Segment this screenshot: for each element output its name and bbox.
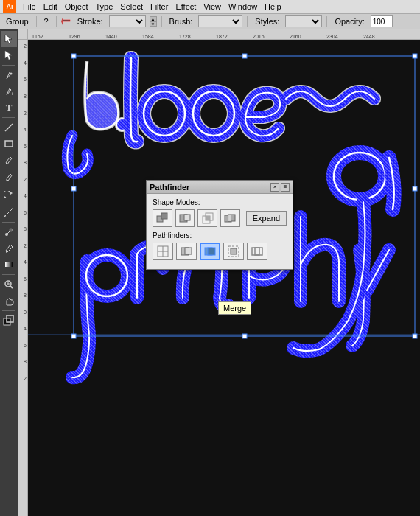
ruler-tick: 6 <box>24 343 27 348</box>
styles-label: Styles: <box>252 17 282 26</box>
exclude-shape-button[interactable] <box>220 209 240 227</box>
ruler-tick: 2 <box>24 243 27 248</box>
subtract-shape-button[interactable] <box>175 209 195 227</box>
svg-rect-58 <box>255 248 262 255</box>
svg-rect-39 <box>161 213 167 219</box>
opacity-input[interactable] <box>371 15 393 27</box>
ruler-tick: 1584 <box>142 34 154 39</box>
ruler-tick: 1728 <box>179 34 191 39</box>
ruler-tick: 2304 <box>326 34 338 39</box>
type-tool[interactable]: T <box>1 100 17 116</box>
menu-view[interactable]: View <box>200 1 225 12</box>
svg-rect-17 <box>5 262 13 267</box>
gradient-tool[interactable] <box>1 257 17 273</box>
ruler-tick: 8 <box>24 359 27 364</box>
artwork-canvas[interactable]: Pathfinder × ≡ Shape Modes: <box>28 40 420 516</box>
intersect-shape-button[interactable] <box>197 209 217 227</box>
ruler-tick: 4 <box>24 259 27 265</box>
menu-effect[interactable]: Effect <box>172 1 200 12</box>
menu-file[interactable]: File <box>19 1 40 12</box>
stroke-icon <box>61 16 71 27</box>
divide-button[interactable] <box>153 243 173 260</box>
menu-type[interactable]: Type <box>92 1 117 12</box>
select-tool-icon <box>4 34 14 44</box>
rotate-tool[interactable] <box>1 188 17 204</box>
svg-marker-9 <box>10 192 13 195</box>
line-tool[interactable] <box>1 119 17 136</box>
question-mark-icon[interactable]: ? <box>41 17 52 26</box>
group-label: Group <box>3 17 32 26</box>
svg-rect-44 <box>206 216 210 220</box>
crop-button[interactable] <box>223 243 244 260</box>
menu-help[interactable]: Help <box>261 1 285 12</box>
pencil-tool[interactable] <box>1 168 17 184</box>
eyedropper-tool[interactable] <box>1 240 17 257</box>
tools-panel: + T <box>0 29 18 516</box>
select-tool[interactable] <box>1 31 17 47</box>
svg-rect-54 <box>208 248 215 255</box>
menu-edit[interactable]: Edit <box>40 1 61 12</box>
expand-button[interactable]: Expand <box>246 211 287 226</box>
svg-line-15 <box>7 231 10 234</box>
ruler-tick: 6 <box>24 210 27 215</box>
ruler-tick: 2 <box>24 177 27 182</box>
scale-tool[interactable] <box>1 204 17 220</box>
styles-select[interactable] <box>285 15 322 27</box>
pathfinder-close-button[interactable]: × <box>270 183 279 192</box>
zoom-tool[interactable] <box>1 276 17 293</box>
trim-button[interactable] <box>176 243 197 260</box>
shape-modes-row: Expand <box>153 209 287 227</box>
ruler-tick: 2448 <box>363 34 375 39</box>
svg-marker-1 <box>61 18 63 25</box>
opacity-label: Opacity: <box>332 17 367 26</box>
pen-tool-icon <box>4 70 14 80</box>
ruler-tick: 1440 <box>105 34 117 39</box>
hand-tool[interactable] <box>1 293 17 309</box>
svg-rect-7 <box>5 141 13 147</box>
merge-button[interactable] <box>200 243 220 260</box>
ruler-tick: 1152 <box>32 34 43 39</box>
menu-window[interactable]: Window <box>225 1 261 12</box>
ruler-top: 1152 1296 1440 1584 1728 1872 2016 2160 … <box>28 29 420 40</box>
menu-filter[interactable]: Filter <box>147 1 172 12</box>
stroke-spinner[interactable]: ▲ ▼ <box>150 16 157 27</box>
ruler-tick: 8 <box>24 94 27 99</box>
outline-button[interactable] <box>247 243 267 260</box>
direct-select-tool[interactable] <box>1 47 17 63</box>
blend-tool[interactable] <box>1 224 17 240</box>
stroke-down-arrow[interactable]: ▼ <box>150 21 157 27</box>
pathfinder-menu-button[interactable]: ≡ <box>281 183 290 192</box>
shape-modes-label: Shape Modes: <box>153 198 287 206</box>
pathfinder-title: Pathfinder <box>150 183 189 192</box>
stroke-up-arrow[interactable]: ▲ <box>150 16 157 21</box>
handle-tl <box>71 54 76 58</box>
menu-object[interactable]: Object <box>61 1 92 12</box>
ruler-tick: 2160 <box>290 34 301 39</box>
paintbrush-tool[interactable] <box>1 152 17 168</box>
handle-tr <box>413 54 417 58</box>
ruler-tick: 2 <box>24 376 27 381</box>
svg-line-10 <box>5 209 13 216</box>
control-toolbar: Group ? Stroke: ▲ ▼ Brush: Styles: Opaci… <box>0 13 420 29</box>
stroke-select[interactable] <box>109 15 146 27</box>
add-anchor-tool[interactable]: + <box>1 83 17 100</box>
rect-tool[interactable] <box>1 136 17 152</box>
fill-stroke-indicator[interactable] <box>1 313 17 329</box>
pathfinder-titlebar[interactable]: Pathfinder × ≡ <box>147 181 293 194</box>
ruler-tick: 8 <box>24 160 27 165</box>
svg-rect-0 <box>63 20 70 21</box>
text-row-1 <box>85 58 375 142</box>
brush-select[interactable] <box>198 15 242 27</box>
pen-tool[interactable] <box>1 67 17 83</box>
handle-ml <box>71 186 76 191</box>
svg-rect-41 <box>184 215 190 220</box>
ruler-tick: 4 <box>24 127 27 132</box>
svg-rect-56 <box>231 248 237 254</box>
menu-select[interactable]: Select <box>116 1 147 12</box>
svg-marker-2 <box>5 35 12 43</box>
ruler-tick: 2 <box>24 111 27 116</box>
main-area: + T <box>0 29 420 516</box>
ruler-tick: 4 <box>24 193 27 198</box>
ruler-tick: 1872 <box>216 34 228 39</box>
add-shape-button[interactable] <box>153 209 172 227</box>
